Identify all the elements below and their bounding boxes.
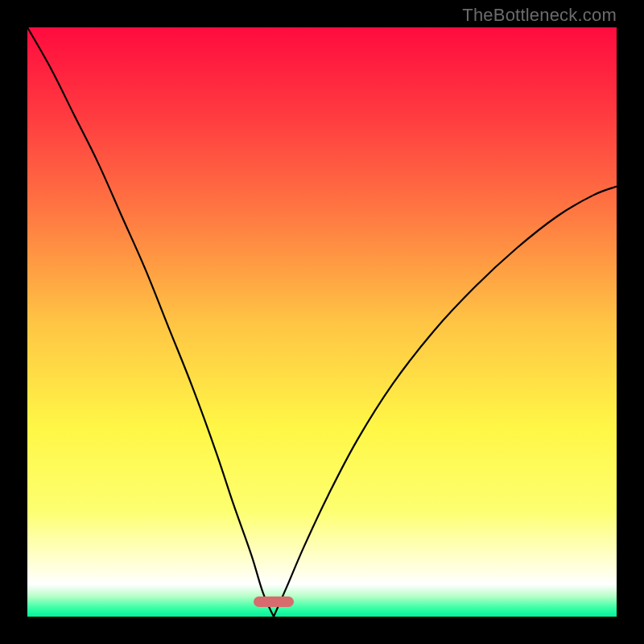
watermark: TheBottleneck.com bbox=[462, 5, 617, 26]
chart-frame: TheBottleneck.com bbox=[0, 0, 644, 644]
plot-area bbox=[27, 27, 617, 617]
bottleneck-curve bbox=[27, 27, 617, 617]
minimum-marker bbox=[254, 597, 294, 607]
